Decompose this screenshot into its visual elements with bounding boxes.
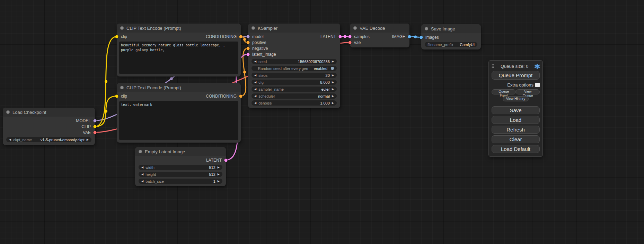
widget-batch-size[interactable]: ◀ batch_size 1 ▶: [139, 179, 222, 184]
widget-value: 1.000: [320, 101, 330, 105]
input-dot-images[interactable]: [420, 36, 423, 39]
link-dot-latent-2: [344, 35, 346, 38]
view-history-button[interactable]: View History: [503, 96, 529, 101]
output-dot-model[interactable]: [94, 119, 97, 122]
node-ksampler[interactable]: KSampler model LATENT positive negative …: [248, 24, 340, 108]
arrow-right-icon[interactable]: ▶: [332, 74, 334, 77]
arrow-right-icon[interactable]: ▶: [332, 88, 334, 91]
arrow-left-icon[interactable]: ◀: [254, 95, 256, 98]
widget-label: scheduler: [258, 94, 275, 98]
arrow-left-icon[interactable]: ◀: [141, 173, 143, 176]
slot-row-latent-image: latent_image: [248, 51, 340, 57]
arrow-right-icon[interactable]: ▶: [332, 60, 334, 63]
output-dot-latent[interactable]: [224, 159, 228, 162]
arrow-left-icon[interactable]: ◀: [254, 88, 256, 91]
arrow-left-icon[interactable]: ◀: [141, 180, 143, 183]
node-titlebar[interactable]: VAE Decode: [350, 24, 409, 33]
widget-steps[interactable]: ◀ steps 20 ▶: [252, 73, 337, 78]
arrow-right-icon[interactable]: ▶: [218, 166, 220, 169]
widget-scheduler[interactable]: ◀ scheduler normal ▶: [252, 93, 337, 99]
node-titlebar[interactable]: Save Image: [421, 24, 481, 33]
output-dot-image[interactable]: [408, 35, 411, 38]
queue-front-button[interactable]: Queue Front: [492, 89, 516, 94]
output-label-image: IMAGE: [392, 34, 405, 39]
node-clip-text-encode-negative[interactable]: CLIP Text Encode (Prompt) clip CONDITION…: [117, 83, 241, 143]
node-title: CLIP Text Encode (Prompt): [126, 26, 181, 31]
refresh-button[interactable]: Refresh: [492, 126, 540, 134]
settings-gear-icon[interactable]: [535, 64, 540, 69]
widget-value: 156680208700286: [298, 60, 330, 64]
input-dot-latent-image[interactable]: [247, 53, 250, 56]
extra-options-checkbox[interactable]: [535, 83, 540, 87]
input-dot-samples[interactable]: [349, 35, 352, 38]
collapse-dot[interactable]: [139, 150, 142, 153]
collapse-dot[interactable]: [120, 26, 124, 30]
collapse-dot[interactable]: [120, 86, 124, 89]
node-titlebar[interactable]: KSampler: [248, 24, 340, 33]
widget-seed[interactable]: ◀ seed 156680208700286 ▶: [252, 59, 337, 64]
input-dot-positive[interactable]: [247, 41, 250, 44]
input-dot-model[interactable]: [247, 35, 250, 38]
collapse-dot[interactable]: [252, 26, 255, 30]
widget-filename-prefix[interactable]: filename_prefix ComfyUI: [425, 42, 477, 47]
arrow-right-icon[interactable]: ▶: [332, 102, 334, 105]
output-dot-clip[interactable]: [94, 125, 97, 128]
arrow-right-icon[interactable]: ▶: [332, 95, 334, 98]
collapse-dot[interactable]: [6, 110, 10, 114]
arrow-left-icon[interactable]: ◀: [9, 138, 11, 141]
widget-label: filename_prefix: [427, 43, 453, 47]
node-load-checkpoint[interactable]: Load Checkpoint MODEL CLIP VAE ◀ ckpt_na…: [3, 108, 95, 145]
widget-height[interactable]: ◀ height 512 ▶: [139, 172, 222, 177]
arrow-right-icon[interactable]: ▶: [218, 173, 220, 176]
arrow-right-icon[interactable]: ▶: [218, 180, 220, 183]
node-title: Load Checkpoint: [12, 110, 46, 115]
arrow-left-icon[interactable]: ◀: [141, 166, 143, 169]
node-empty-latent-image[interactable]: Empty Latent Image LATENT ◀ width 512 ▶ …: [135, 147, 226, 186]
positive-prompt-textarea[interactable]: beautiful scenery nature glass bottle la…: [119, 42, 238, 74]
node-vae-decode[interactable]: VAE Decode samples IMAGE vae: [350, 24, 409, 47]
widget-sampler-name[interactable]: ◀ sampler_name euler ▶: [252, 87, 337, 92]
node-titlebar[interactable]: CLIP Text Encode (Prompt): [117, 24, 241, 33]
output-dot-vae[interactable]: [94, 131, 97, 134]
input-dot-clip[interactable]: [115, 35, 118, 38]
widget-random-seed-toggle[interactable]: Random seed after every gen enabled: [252, 66, 337, 71]
node-clip-text-encode-positive[interactable]: CLIP Text Encode (Prompt) clip CONDITION…: [117, 24, 241, 76]
load-button[interactable]: Load: [492, 116, 540, 124]
collapse-dot[interactable]: [353, 26, 357, 30]
output-dot-latent[interactable]: [339, 35, 342, 38]
drag-handle-icon[interactable]: [492, 64, 494, 68]
collapse-dot[interactable]: [425, 27, 428, 30]
arrow-left-icon[interactable]: ◀: [254, 74, 256, 77]
queue-prompt-button[interactable]: Queue Prompt: [492, 71, 540, 80]
output-dot-conditioning[interactable]: [239, 35, 242, 38]
save-button[interactable]: Save: [492, 106, 540, 114]
node-title: Save Image: [431, 26, 455, 31]
widget-value: 20: [326, 73, 330, 78]
arrow-left-icon[interactable]: ◀: [254, 60, 256, 63]
widget-width[interactable]: ◀ width 512 ▶: [139, 165, 222, 170]
toggle-dot-icon[interactable]: [331, 67, 334, 70]
arrow-right-icon[interactable]: ▶: [332, 81, 334, 84]
widget-cfg[interactable]: ◀ cfg 8.000 ▶: [252, 80, 337, 85]
slot-row-vae: VAE: [3, 129, 95, 135]
graph-canvas[interactable]: Load Checkpoint MODEL CLIP VAE ◀ ckpt_na…: [0, 0, 644, 244]
widget-ckpt-name[interactable]: ◀ ckpt_name v1-5-pruned-emaonly.ckpt ▶: [6, 137, 91, 142]
widget-denoise[interactable]: ◀ denoise 1.000 ▶: [252, 100, 337, 106]
view-queue-button[interactable]: View Queue: [516, 89, 540, 94]
input-dot-negative[interactable]: [247, 47, 250, 50]
clear-button[interactable]: Clear: [492, 135, 540, 143]
arrow-left-icon[interactable]: ◀: [254, 81, 256, 84]
arrow-right-icon[interactable]: ▶: [87, 138, 89, 141]
output-dot-conditioning[interactable]: [239, 94, 242, 98]
node-titlebar[interactable]: CLIP Text Encode (Prompt): [117, 83, 241, 92]
node-save-image[interactable]: Save Image images filename_prefix ComfyU…: [421, 24, 481, 49]
node-load-checkpoint-titlebar[interactable]: Load Checkpoint: [3, 108, 95, 117]
node-titlebar[interactable]: Empty Latent Image: [135, 147, 226, 156]
slot-row-samples-image: samples IMAGE: [350, 34, 409, 39]
load-default-button[interactable]: Load Default: [492, 145, 540, 153]
input-dot-clip[interactable]: [115, 94, 118, 98]
arrow-left-icon[interactable]: ◀: [254, 102, 256, 105]
node-title: CLIP Text Encode (Prompt): [126, 85, 181, 90]
input-dot-vae[interactable]: [349, 41, 352, 44]
negative-prompt-textarea[interactable]: text, watermark: [119, 101, 238, 140]
